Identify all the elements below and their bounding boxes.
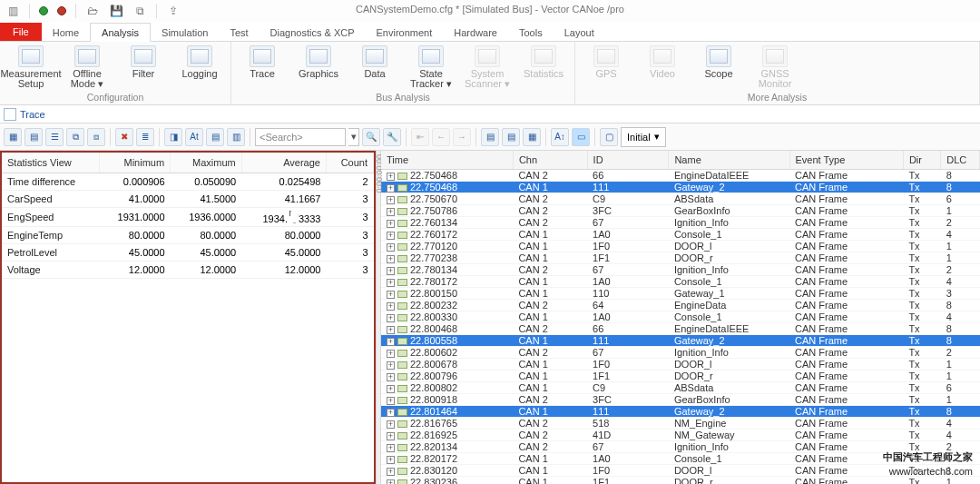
open-icon[interactable]: 🗁 [85,4,100,18]
save-icon[interactable]: 💾 [109,4,123,18]
trace-row[interactable]: +22.800232CAN 264EngineDataCAN FrameTx8 [381,299,980,311]
tool-nav-next-icon[interactable]: → [453,128,471,146]
expand-icon[interactable]: + [387,184,395,193]
stats-row[interactable]: EngineTemp80.000080.000080.00003 [2,226,374,243]
tab-environment[interactable]: Environment [366,24,444,41]
trace-row[interactable]: +22.780172CAN 11A0Console_1CAN FrameTx4 [381,275,980,287]
tab-test[interactable]: Test [219,24,259,41]
trace-row[interactable]: +22.800802CAN 1C9ABSdataCAN FrameTx6 [381,381,980,393]
trace-row[interactable]: +22.800330CAN 11A0Console_1CAN FrameTx4 [381,311,980,322]
trace-row[interactable]: +22.760134CAN 267Ignition_InfoCAN FrameT… [381,216,980,228]
tool-btn-8[interactable]: ◨ [164,128,182,146]
expand-icon[interactable]: + [387,444,395,452]
ribbon-filter[interactable]: Filter [118,44,169,89]
ribbon-graphics[interactable]: Graphics [293,44,344,89]
tool-btn-16[interactable]: ▤ [502,128,520,146]
trace-window-tab[interactable]: Trace [0,105,980,123]
expand-icon[interactable]: + [387,173,395,181]
expand-icon[interactable]: + [387,456,395,464]
stats-col-maximum[interactable]: Maximum [171,153,242,173]
ribbon-trace[interactable]: Trace [237,44,288,89]
expand-icon[interactable]: + [387,232,395,240]
trace-row[interactable]: +22.801464CAN 1111Gateway_2CAN FrameTx8 [381,405,980,417]
expand-icon[interactable]: + [387,409,395,417]
tab-diagnostics-xcp[interactable]: Diagnostics & XCP [260,24,366,41]
tool-nav-first-icon[interactable]: ⇤ [411,128,429,146]
expand-icon[interactable]: + [387,208,395,216]
config-icon[interactable]: ▥ [5,4,20,18]
trace-row[interactable]: +22.750468CAN 266EngineDataIEEECAN Frame… [381,169,980,181]
tab-layout[interactable]: Layout [554,24,605,41]
expand-icon[interactable]: + [387,468,395,476]
tool-btn-9[interactable]: At [185,128,203,146]
trace-row[interactable]: +22.800558CAN 1111Gateway_2CAN FrameTx8 [381,334,980,346]
ribbon-logging[interactable]: Logging [174,44,225,89]
trace-row[interactable]: +22.816925CAN 241DNM_GatewayCAN FrameTx4 [381,429,980,440]
tool-delete-icon[interactable]: ✖ [115,128,133,146]
tab-analysis[interactable]: Analysis [90,23,151,42]
tab-simulation[interactable]: Simulation [151,24,219,41]
tool-btn-1[interactable]: ▦ [4,128,22,146]
save-all-icon[interactable]: ⧉ [132,4,147,18]
trace-col-event-type[interactable]: Event Type [789,151,903,169]
trace-scroll[interactable]: TimeChnIDNameEvent TypeDirDLC +22.750468… [381,151,980,484]
trace-row[interactable]: +22.760172CAN 11A0Console_1CAN FrameTx4 [381,228,980,240]
trace-row[interactable]: +22.816765CAN 2518NM_EngineCAN FrameTx4 [381,417,980,429]
trace-col-time[interactable]: Time [381,151,513,169]
trace-row[interactable]: +22.770120CAN 11F0DOOR_lCAN FrameTx1 [381,240,980,252]
stats-row[interactable]: CarSpeed41.000041.500041.16673 [2,190,374,207]
trace-row[interactable]: +22.800150CAN 1110Gateway_1CAN FrameTx3 [381,287,980,299]
expand-icon[interactable]: + [387,326,395,334]
tool-btn-11[interactable]: ▥ [227,128,245,146]
trace-col-name[interactable]: Name [669,151,789,169]
trace-row[interactable]: +22.800678CAN 11F0DOOR_lCAN FrameTx1 [381,358,980,370]
expand-icon[interactable]: + [387,385,395,393]
ribbon-system-scanner[interactable]: SystemScanner ▾ [462,44,513,89]
trace-row[interactable]: +22.800602CAN 267Ignition_InfoCAN FrameT… [381,346,980,358]
ribbon-measurement-setup[interactable]: MeasurementSetup [5,44,56,89]
ribbon-gnss-monitor[interactable]: GNSS Monitor [750,44,800,89]
stop-icon[interactable] [57,6,66,15]
trace-col-dlc[interactable]: DLC [941,151,980,169]
tool-btn-2[interactable]: ▤ [24,128,43,146]
stats-col-count[interactable]: Count [326,153,373,173]
stats-row[interactable]: PetrolLevel45.000045.000045.00003 [2,243,374,261]
trace-row[interactable]: +22.800918CAN 23FCGearBoxInfoCAN FrameTx… [381,393,980,405]
stats-row[interactable]: EngSpeed1931.00001936.00001934.33333 [2,207,374,226]
expand-icon[interactable]: + [387,196,395,204]
tool-btn-10[interactable]: ▤ [206,128,224,146]
tool-color-icon[interactable]: ▭ [572,128,590,146]
expand-icon[interactable]: + [387,220,395,228]
initial-dropdown[interactable]: Initial▾ [621,127,666,147]
trace-row[interactable]: +22.770238CAN 11F1DOOR_rCAN FrameTx1 [381,252,980,263]
expand-icon[interactable]: + [387,350,395,358]
trace-col-dir[interactable]: Dir [903,151,940,169]
expand-icon[interactable]: + [387,302,395,311]
trace-row[interactable]: +22.800796CAN 11F1DOOR_rCAN FrameTx1 [381,370,980,381]
tool-nav-prev-icon[interactable]: ← [432,128,450,146]
run-icon[interactable] [39,6,48,15]
ribbon-scope[interactable]: Scope [693,44,744,89]
stats-col-minimum[interactable]: Minimum [99,153,171,173]
tool-find-config-icon[interactable]: 🔧 [383,128,401,146]
stats-col-statistics-view[interactable]: Statistics View [2,153,99,173]
expand-icon[interactable]: + [387,397,395,405]
splitter[interactable]: 0:00:00:00 [376,151,381,484]
tool-btn-4[interactable]: ⧉ [66,128,84,146]
expand-icon[interactable]: + [387,373,395,381]
tab-file[interactable]: File [0,23,42,41]
stats-row[interactable]: Time difference0.0009060.0500900.0254982 [2,173,374,190]
ribbon-data[interactable]: Data [349,44,400,89]
expand-icon[interactable]: + [387,243,395,252]
search-input[interactable]: <Search> [255,128,346,146]
expand-icon[interactable]: + [387,255,395,263]
tab-hardware[interactable]: Hardware [443,24,508,41]
expand-icon[interactable]: + [387,279,395,287]
trace-row[interactable]: +22.780134CAN 267Ignition_InfoCAN FrameT… [381,263,980,275]
expand-icon[interactable]: + [387,361,395,370]
ribbon-gps[interactable]: GPS [581,44,632,89]
trace-row[interactable]: +22.750786CAN 23FCGearBoxInfoCAN FrameTx… [381,204,980,216]
ribbon-video[interactable]: Video [637,44,688,89]
ribbon-statistics[interactable]: Statistics [518,44,569,89]
export-icon[interactable]: ⇪ [166,4,181,18]
